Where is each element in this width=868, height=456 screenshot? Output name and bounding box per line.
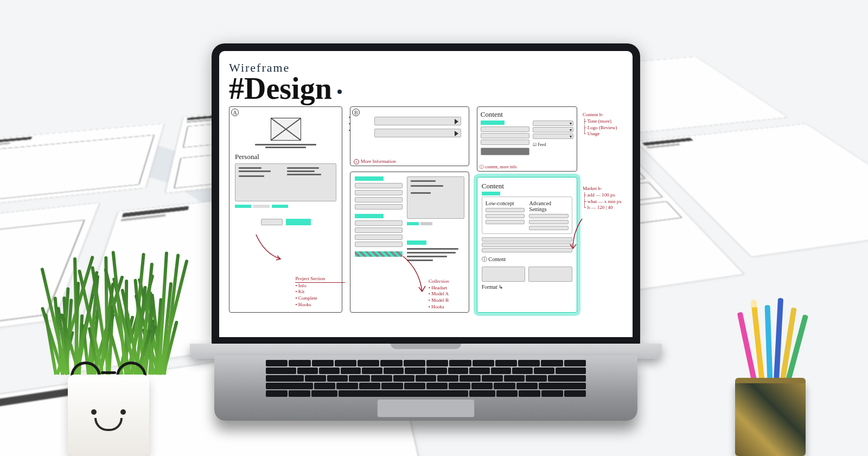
smiley-face-icon (68, 375, 149, 456)
pencil-holder (727, 380, 814, 456)
laptop: Wireframe #Design A Personal (190, 43, 662, 421)
plant-grass: /*blades generated below*/ (46, 255, 171, 375)
plant-pot: /*blades generated below*/ (49, 255, 168, 456)
annotation-d: Market h- ├ add — 100 px ├ what — x min … (583, 186, 623, 211)
cup (735, 380, 806, 456)
play-icon (455, 131, 458, 136)
d-header: Content (482, 182, 572, 191)
wireframe-b: B • •• i More Information (350, 106, 469, 313)
camera-icon (424, 46, 428, 50)
annotation-a-title: Project Section (295, 276, 345, 283)
pot-body (68, 375, 149, 456)
laptop-screen: Wireframe #Design A Personal (212, 43, 640, 345)
title-main: #Design (229, 75, 623, 102)
badge-a: A (231, 109, 239, 116)
dot-icon (337, 90, 342, 94)
annotation-c: Content h- ├ Tone (more) ├ Logo (Review)… (583, 112, 623, 137)
wireframe-a: A Personal Project Section (229, 106, 342, 313)
laptop-keyboard (214, 356, 637, 421)
play-icon (455, 119, 458, 124)
screen-content: Wireframe #Design A Personal (219, 51, 633, 337)
c-header: Content (481, 110, 573, 119)
wireframe-cd: Content ▾ (477, 106, 623, 313)
annotation-b-title: Collection (429, 278, 467, 285)
section-label: Personal (235, 153, 336, 161)
image-placeholder-icon (271, 118, 301, 141)
trackpad (377, 399, 475, 417)
